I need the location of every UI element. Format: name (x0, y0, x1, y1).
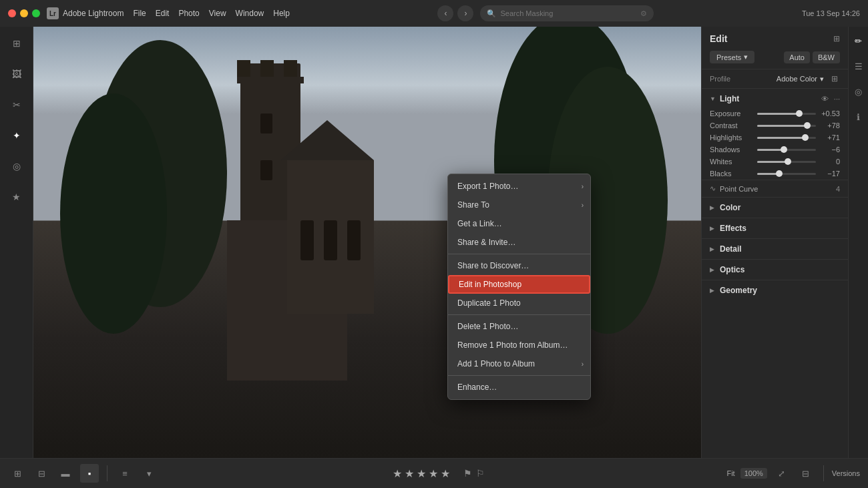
masking-icon[interactable]: ◎ (851, 84, 866, 99)
nav-back-button[interactable]: ‹ (437, 5, 453, 21)
exposure-thumb[interactable] (796, 110, 803, 117)
highlights-thumb[interactable] (802, 134, 809, 141)
detail-section[interactable]: ▶ Detail (702, 238, 848, 259)
ctx-share-to[interactable]: Share To › (448, 196, 590, 214)
ctx-remove-album[interactable]: Remove 1 Photo from Album… (448, 336, 590, 354)
menu-file[interactable]: File (133, 9, 146, 18)
highlights-track[interactable] (757, 137, 816, 139)
flag-icon[interactable]: ⚑ (463, 468, 472, 479)
star-2[interactable]: ★ (405, 467, 414, 480)
color-label: Color (720, 203, 740, 212)
submenu-arrow-icon: › (582, 202, 584, 209)
sidebar-ai-icon[interactable]: ★ (7, 187, 27, 207)
star-5[interactable]: ★ (441, 467, 450, 480)
menu-edit[interactable]: Edit (156, 9, 170, 18)
bottom-bar: ⊞ ⊟ ▬ ▪ ≡ ▾ ★ ★ ★ ★ ★ ⚑ ⚐ Fit 100% ⤢ ⊟ V… (0, 458, 868, 488)
menu-view[interactable]: View (209, 9, 226, 18)
geometry-section[interactable]: ▶ Geometry (702, 280, 848, 300)
menu-help[interactable]: Help (273, 9, 290, 18)
light-expand-icon: ▼ (710, 95, 716, 102)
sort-icon[interactable]: ≡ (116, 464, 134, 483)
curve-label-wrap: ∿ Point Curve (710, 184, 758, 193)
minimize-button[interactable] (20, 9, 28, 17)
star-3[interactable]: ★ (417, 467, 426, 480)
sidebar-photos-icon[interactable]: 🖼 (7, 64, 27, 84)
light-section-title: ▼ Light (710, 94, 739, 103)
shadows-track[interactable] (757, 149, 816, 151)
profile-row: Profile Adobe Color ▾ ⊞ (702, 69, 848, 89)
blacks-track[interactable] (757, 173, 816, 175)
highlights-value: +71 (820, 134, 840, 142)
star-1[interactable]: ★ (393, 467, 402, 480)
contrast-track[interactable] (757, 125, 816, 127)
ctx-divider-3 (448, 375, 590, 376)
highlights-slider-row: Highlights +71 (702, 132, 848, 144)
whites-track[interactable] (757, 161, 816, 163)
filmstrip-button[interactable]: ▬ (56, 464, 75, 483)
info-icon[interactable]: ℹ (851, 109, 866, 124)
exposure-track[interactable] (757, 113, 816, 115)
columns-icon[interactable]: ⊟ (797, 464, 815, 483)
grid-view-button[interactable]: ⊞ (833, 34, 840, 43)
ctx-share-discover[interactable]: Share to Discover… (448, 256, 590, 275)
highlights-fill (757, 137, 805, 139)
panel-tools: ⊞ (833, 34, 840, 43)
light-section-header[interactable]: ▼ Light 👁 ··· (702, 89, 848, 107)
expand-icon[interactable]: ⤢ (773, 464, 791, 483)
presets-button[interactable]: Presets ▾ (710, 51, 754, 63)
edit-icon[interactable]: ✏ (851, 33, 866, 48)
ctx-delete[interactable]: Delete 1 Photo… (448, 317, 590, 336)
filter-icon[interactable]: ⚙ (640, 9, 647, 18)
sidebar-crop-icon[interactable]: ✂ (7, 95, 27, 115)
color-section[interactable]: ▶ Color (702, 197, 848, 218)
blacks-thumb[interactable] (776, 170, 783, 177)
curve-label: Point Curve (720, 185, 758, 193)
search-bar[interactable]: 🔍 Search Masking ⚙ (480, 5, 654, 21)
color-expand-icon: ▶ (710, 204, 714, 211)
geometry-expand-icon: ▶ (710, 287, 714, 294)
ctx-edit-photoshop[interactable]: Edit in Photoshop (448, 275, 590, 294)
close-button[interactable] (8, 9, 16, 17)
ctx-enhance[interactable]: Enhance… (448, 378, 590, 397)
contrast-thumb[interactable] (804, 122, 811, 129)
blacks-slider-row: Blacks −17 (702, 168, 848, 180)
photo-svg (33, 27, 701, 458)
ctx-duplicate[interactable]: Duplicate 1 Photo (448, 294, 590, 312)
bw-mode-button[interactable]: B&W (813, 51, 840, 63)
menu-window[interactable]: Window (236, 9, 264, 18)
ctx-get-link[interactable]: Get a Link… (448, 214, 590, 233)
auto-mode-button[interactable]: Auto (784, 51, 810, 63)
more-options-icon[interactable]: ··· (834, 95, 840, 103)
curve-value: 4 (836, 185, 840, 193)
effects-section[interactable]: ▶ Effects (702, 218, 848, 238)
menu-adobe-lightroom[interactable]: Adobe Lightroom (63, 9, 124, 18)
fullscreen-button[interactable] (32, 9, 40, 17)
star-4[interactable]: ★ (429, 467, 438, 480)
versions-button[interactable]: Versions (832, 469, 860, 477)
grid-tool-button[interactable]: ⊞ (8, 464, 27, 483)
sidebar-edit-icon[interactable]: ✦ (7, 126, 27, 146)
sidebar-grid-icon[interactable]: ⊞ (7, 33, 27, 53)
svg-rect-7 (260, 113, 272, 134)
single-photo-button[interactable]: ▪ (80, 464, 99, 483)
profile-value[interactable]: Adobe Color ▾ (777, 75, 824, 83)
grid-small-button[interactable]: ⊟ (32, 464, 51, 483)
ctx-add-album[interactable]: Add 1 Photo to Album › (448, 354, 590, 373)
ctx-share-invite[interactable]: Share & Invite… (448, 233, 590, 252)
whites-thumb[interactable] (785, 158, 791, 165)
sidebar-masking-icon[interactable]: ◎ (7, 156, 27, 176)
presets-panel-icon[interactable]: ☰ (851, 59, 866, 73)
shadows-slider-row: Shadows −6 (702, 144, 848, 156)
ctx-export[interactable]: Export 1 Photo… › (448, 177, 590, 196)
chevron-down-icon[interactable]: ▾ (140, 464, 158, 483)
photo-area: Export 1 Photo… › Share To › Get a Link…… (33, 27, 701, 458)
nav-forward-button[interactable]: › (457, 5, 473, 21)
grid-icon[interactable]: ⊞ (829, 73, 840, 84)
zoom-value[interactable]: 100% (740, 468, 767, 479)
reject-icon[interactable]: ⚐ (476, 468, 485, 479)
chevron-down-icon: ▾ (744, 53, 748, 61)
visibility-icon[interactable]: 👁 (821, 95, 829, 103)
optics-section[interactable]: ▶ Optics (702, 259, 848, 280)
shadows-thumb[interactable] (781, 146, 787, 153)
menu-photo[interactable]: Photo (178, 9, 199, 18)
